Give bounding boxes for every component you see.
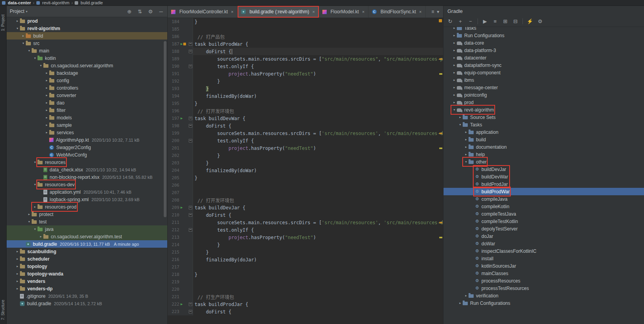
- project-tree-item-build-gradle[interactable]: build.gradle2020/6/16 10:13, 11.77 kBA m…: [7, 240, 167, 248]
- chevron-collapsed-icon[interactable]: ▸: [452, 93, 457, 97]
- chevron-expanded-icon[interactable]: ▾: [452, 108, 457, 112]
- chevron-collapsed-icon[interactable]: ▸: [452, 101, 457, 104]
- project-tree-item-cn-sagacloud-server-algorithm[interactable]: ▾cn.sagacloud.server.algorithm: [7, 62, 167, 69]
- gradle-tree-item-build[interactable]: ▸build: [444, 136, 644, 143]
- project-tree-item-scheduler[interactable]: ▸scheduler: [7, 255, 167, 263]
- chevron-collapsed-icon[interactable]: ▸: [44, 94, 49, 97]
- code-line-200[interactable]: 200 test.onlyIf {: [168, 137, 443, 144]
- project-scrollbar-thumb[interactable]: [164, 41, 166, 217]
- breadcrumb-item-revit-algorithm[interactable]: revit-algorithm: [36, 0, 70, 5]
- project-tree-item-venders[interactable]: ▸venders: [7, 277, 167, 285]
- code-line-208[interactable]: 208 // 打开发环境包: [168, 196, 443, 204]
- project-tree-item-dao[interactable]: ▸dao: [7, 99, 167, 106]
- code-editor[interactable]: 184}185186 // 打产品包187▶task buildProdWar …: [168, 18, 443, 324]
- run-task-icon[interactable]: ▶: [181, 206, 182, 209]
- project-tree-item-config[interactable]: ▸config: [7, 77, 167, 84]
- code-line-221[interactable]: 221 // 打生产环境包: [168, 293, 443, 301]
- code-line-202[interactable]: 202 }: [168, 152, 443, 159]
- code-line-210[interactable]: 210 doFirst {: [168, 211, 443, 219]
- fold-marker-icon[interactable]: [189, 302, 192, 306]
- chevron-expanded-icon[interactable]: ▾: [38, 64, 43, 67]
- gradle-tree-item-buildprodjar[interactable]: ⚙buildProdJar: [444, 180, 644, 188]
- chevron-collapsed-icon[interactable]: ▸: [458, 301, 463, 305]
- gradle-tree-item-buildprodwar[interactable]: ⚙buildProdWar: [444, 188, 644, 195]
- add-icon[interactable]: +: [457, 18, 463, 24]
- inspection-indicator-icon[interactable]: [439, 19, 442, 22]
- project-tree-item-resources-dev[interactable]: ▾resources-dev: [7, 181, 167, 188]
- close-icon[interactable]: ×: [312, 9, 315, 14]
- chevron-expanded-icon[interactable]: ▾: [32, 183, 38, 186]
- project-tree-item-gitignore[interactable]: .gitignore2020/6/1 14:39, 35 B: [7, 292, 167, 300]
- chevron-expanded-icon[interactable]: ▾: [32, 227, 38, 231]
- collapse-all-icon[interactable]: ⊟: [512, 18, 519, 24]
- chevron-collapsed-icon[interactable]: ▸: [452, 86, 457, 89]
- project-tree-item-algorithmapp-kt[interactable]: AlgorithmApp.kt2020/1/10 10:32, 7.11 kB: [7, 136, 167, 144]
- chevron-collapsed-icon[interactable]: ▸: [44, 123, 49, 127]
- code-line-184[interactable]: 184}: [168, 18, 443, 25]
- chevron-collapsed-icon[interactable]: ▸: [452, 34, 457, 37]
- locate-file-icon[interactable]: ⊕: [126, 9, 132, 14]
- fold-marker-icon[interactable]: [189, 213, 192, 217]
- gradle-tree-item-ibms[interactable]: ▸ibms: [444, 76, 644, 84]
- gradle-tree-item-compiletestkotlin[interactable]: ⚙compileTestKotlin: [444, 218, 644, 225]
- chevron-collapsed-icon[interactable]: ▸: [15, 287, 20, 290]
- code-line-222[interactable]: 222▶task buildProdJar {: [168, 301, 443, 308]
- code-line-190[interactable]: 190 test.onlyIf {: [168, 63, 443, 70]
- project-tree-item-application-yml[interactable]: application.yml2020/6/16 10:41, 7.46 kB: [7, 188, 167, 196]
- code-line-196[interactable]: 196 // 打开发环境包: [168, 107, 443, 115]
- chevron-collapsed-icon[interactable]: ▸: [452, 78, 457, 82]
- code-line-203[interactable]: 203 }: [168, 159, 443, 167]
- gradle-tree-item-processtestresources[interactable]: ⚙processTestResources: [444, 284, 644, 292]
- chevron-collapsed-icon[interactable]: ▸: [463, 145, 469, 149]
- settings-icon[interactable]: ⚙: [147, 9, 154, 14]
- gradle-tree-item-builddevjar[interactable]: ⚙buildDevJar: [444, 166, 644, 173]
- close-icon[interactable]: ×: [231, 9, 233, 14]
- refresh-icon[interactable]: ↻: [447, 18, 453, 24]
- gradle-tree-item-depolytestserver[interactable]: ⚙depolyTestServer: [444, 225, 644, 232]
- code-line-216[interactable]: 216 finalizedBy(doJar): [168, 256, 443, 263]
- code-line-194[interactable]: 194 finalizedBy(doWar): [168, 92, 443, 100]
- project-tree-item-non-blocking-report-xlsx[interactable]: non-blocking-report.xlsx2020/5/13 14:58,…: [7, 173, 167, 181]
- project-tree-item-data-check-xlsx[interactable]: data_check.xlsx2020/1/10 10:32, 14.94 kB: [7, 166, 167, 173]
- chevron-collapsed-icon[interactable]: ▸: [15, 250, 20, 253]
- close-icon[interactable]: ×: [419, 9, 422, 14]
- project-tree-item-test[interactable]: ▾test: [7, 218, 167, 225]
- code-line-206[interactable]: 206: [168, 182, 443, 189]
- gradle-tree-item-documentation[interactable]: ▸documentation: [444, 143, 644, 151]
- code-line-199[interactable]: 199 sourceSets.main.resources.srcDirs = …: [168, 130, 443, 137]
- run-task-icon[interactable]: ▶: [181, 302, 182, 306]
- gradle-tree-item-verification[interactable]: ▸verification: [444, 292, 644, 299]
- chevron-expanded-icon[interactable]: ▾: [32, 160, 38, 164]
- chevron-collapsed-icon[interactable]: ▸: [15, 19, 20, 23]
- code-line-197[interactable]: 197▶task buildDevWar {: [168, 115, 443, 122]
- chevron-collapsed-icon[interactable]: ▸: [44, 131, 49, 134]
- editor-tab-build-gradle-revit-algorithm[interactable]: build.gradle (:revit-algorithm)×: [238, 6, 319, 18]
- execute-icon[interactable]: ▶: [482, 18, 488, 24]
- chevron-collapsed-icon[interactable]: ▸: [32, 205, 38, 209]
- project-tree-item-filter[interactable]: ▸filter: [7, 106, 167, 114]
- gradle-tree-item-tasks[interactable]: ▾Tasks: [444, 121, 644, 128]
- gradle-tree-item-message-center[interactable]: ▸message-center: [444, 84, 644, 91]
- project-tree-item-java[interactable]: ▾java: [7, 225, 167, 233]
- code-line-188[interactable]: 188 doFirst {: [168, 48, 443, 55]
- chevron-expanded-icon[interactable]: ▾: [15, 27, 20, 30]
- gradle-tree-item-dojar[interactable]: ⚙doJar: [444, 232, 644, 240]
- fold-marker-icon[interactable]: [189, 50, 192, 53]
- code-line-192[interactable]: 192 }: [168, 77, 443, 85]
- gradle-tree-item-processresources[interactable]: ⚙processResources: [444, 277, 644, 284]
- hidden-tabs-icon[interactable]: ≡: [431, 9, 434, 14]
- chevron-down-icon[interactable]: ▾: [437, 9, 439, 14]
- code-line-185[interactable]: 185: [168, 25, 443, 33]
- gradle-tree-item-dowar[interactable]: ⚙doWar: [444, 240, 644, 247]
- chevron-collapsed-icon[interactable]: ▸: [452, 41, 457, 45]
- project-tree-item-main[interactable]: ▾main: [7, 47, 167, 54]
- chevron-collapsed-icon[interactable]: ▸: [27, 212, 32, 216]
- chevron-collapsed-icon[interactable]: ▸: [452, 27, 457, 30]
- code-line-186[interactable]: 186 // 打产品包: [168, 33, 443, 40]
- gradle-tree-item-run-configurations[interactable]: ▸Run Configurations: [444, 299, 644, 307]
- project-tree-item-topology[interactable]: ▸topology: [7, 263, 167, 270]
- chevron-expanded-icon[interactable]: ▾: [32, 56, 38, 60]
- code-line-213[interactable]: 213 project.hasProperty("needTest"): [168, 234, 443, 241]
- chevron-collapsed-icon[interactable]: ▸: [38, 235, 43, 238]
- project-tree-item-resources-prod[interactable]: ▸resources-prod: [7, 203, 167, 211]
